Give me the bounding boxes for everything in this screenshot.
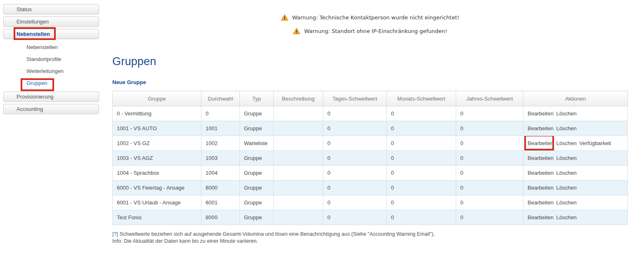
- actions-cell: Bearbeiten Löschen: [523, 106, 628, 121]
- warning-row: Warnung: Standort ohne IP-Einschränkung …: [112, 28, 627, 35]
- cell-gruppe: 1004 - Sprachbox: [113, 166, 201, 181]
- cell-durchwahl: 1003: [201, 151, 240, 166]
- sidebar-item-provisionierung[interactable]: Provisionierung: [3, 91, 99, 102]
- loeschen-link[interactable]: Löschen: [556, 214, 577, 220]
- cell-durchwahl: 1001: [201, 121, 240, 136]
- cell-gruppe: Test Fonio: [113, 210, 201, 225]
- column-header-beschreibung: Beschreibung: [274, 91, 323, 106]
- cell-tages: 0: [323, 151, 387, 166]
- footnote-info: Info: Die Aktualität der Daten kann bis …: [112, 238, 644, 245]
- cell-monats: 0: [387, 106, 456, 121]
- page: Status Einstellungen Nebenstellen Nebens…: [0, 0, 644, 245]
- warning-icon: [281, 14, 289, 21]
- cell-tages: 0: [323, 210, 387, 225]
- warning-row: Warnung: Technische Kontaktperson wurde …: [112, 14, 627, 21]
- warning-icon: [293, 28, 301, 35]
- actions-cell: Bearbeiten Löschen: [523, 121, 628, 136]
- sidebar-item-accounting[interactable]: Accounting: [3, 104, 99, 114]
- bearbeiten-link[interactable]: Bearbeiten: [528, 214, 554, 220]
- cell-durchwahl: 1002: [201, 136, 240, 151]
- cell-durchwahl: 6001: [201, 195, 240, 210]
- sidebar-subitem-gruppen[interactable]: Gruppen: [0, 77, 103, 89]
- help-marker-link[interactable]: [?]: [112, 231, 118, 237]
- cell-beschreibung: [274, 166, 323, 181]
- bearbeiten-link[interactable]: Bearbeiten: [528, 185, 554, 191]
- column-header-tages-schwellwert: Tages-Schwellwert: [323, 91, 387, 106]
- cell-beschreibung: [274, 106, 323, 121]
- sidebar-subitem-weiterleitungen[interactable]: Weiterleitungen: [0, 65, 103, 77]
- cell-gruppe: 6000 - VS Feiertag - Ansage: [113, 181, 201, 195]
- cell-typ: Gruppe: [240, 210, 274, 225]
- loeschen-link[interactable]: Löschen: [556, 110, 577, 117]
- verfuegbarkeit-link[interactable]: Verfügbarkeit: [579, 140, 611, 146]
- cell-durchwahl: 8000: [201, 210, 240, 225]
- loeschen-link[interactable]: Löschen: [556, 125, 577, 131]
- table-row: 6001 - VS Urlaub - Ansage 6001 Gruppe 0 …: [113, 195, 628, 210]
- cell-tages: 0: [323, 195, 387, 210]
- cell-typ: Gruppe: [240, 106, 274, 121]
- table-header: Gruppe Durchwahl Typ Beschreibung Tages-…: [113, 91, 628, 106]
- cell-tages: 0: [323, 166, 387, 181]
- actions-cell: Bearbeiten Löschen: [523, 166, 628, 181]
- warning-text: Warnung: Technische Kontaktperson wurde …: [292, 14, 459, 21]
- column-header-typ: Typ: [240, 91, 274, 106]
- cell-typ: Gruppe: [240, 121, 274, 136]
- cell-jahres: 0: [456, 195, 523, 210]
- table-row: 0 - Vermittlung 0 Gruppe 0 0 0 Bearbeite…: [113, 106, 628, 121]
- actions-cell: Bearbeiten Löschen: [523, 195, 628, 210]
- cell-typ: Warteliste: [240, 136, 274, 151]
- cell-jahres: 0: [456, 181, 523, 195]
- bearbeiten-link[interactable]: Bearbeiten: [528, 125, 554, 131]
- cell-gruppe: 1001 - VS AUTO: [113, 121, 201, 136]
- actions-cell: Bearbeiten Löschen: [523, 181, 628, 195]
- loeschen-link[interactable]: Löschen: [556, 140, 577, 146]
- table-row: 1001 - VS AUTO 1001 Gruppe 0 0 0 Bearbei…: [113, 121, 628, 136]
- cell-gruppe: 1002 - VS GZ: [113, 136, 201, 151]
- footnote-text: Schwellwerte beziehen sich auf ausgehend…: [119, 231, 435, 237]
- cell-monats: 0: [387, 151, 456, 166]
- sidebar-subitem-nebenstellen[interactable]: Nebenstellen: [0, 41, 103, 53]
- cell-tages: 0: [323, 136, 387, 151]
- cell-jahres: 0: [456, 151, 523, 166]
- cell-monats: 0: [387, 136, 456, 151]
- cell-tages: 0: [323, 181, 387, 195]
- loeschen-link[interactable]: Löschen: [556, 155, 577, 161]
- groups-table: Gruppe Durchwahl Typ Beschreibung Tages-…: [112, 91, 628, 225]
- bearbeiten-link[interactable]: Bearbeiten: [528, 110, 554, 117]
- cell-gruppe: 1003 - VS AGZ: [113, 151, 201, 166]
- cell-monats: 0: [387, 166, 456, 181]
- column-header-aktionen: Aktionen: [523, 91, 628, 106]
- cell-monats: 0: [387, 121, 456, 136]
- column-header-jahres-schwellwert: Jahres-Schwellwert: [456, 91, 523, 106]
- main-content: Warnung: Technische Kontaktperson wurde …: [103, 0, 644, 245]
- column-header-gruppe: Gruppe: [113, 91, 201, 106]
- loeschen-link[interactable]: Löschen: [556, 199, 577, 206]
- sidebar-item-einstellungen[interactable]: Einstellungen: [3, 16, 99, 27]
- warning-text: Warnung: Standort ohne IP-Einschränkung …: [304, 28, 447, 34]
- loeschen-link[interactable]: Löschen: [556, 170, 577, 176]
- column-header-monats-schwellwert: Monats-Schwellwert: [387, 91, 456, 106]
- bearbeiten-link[interactable]: Bearbeiten: [528, 170, 554, 176]
- table-row: 6000 - VS Feiertag - Ansage 6000 Gruppe …: [113, 181, 628, 195]
- cell-beschreibung: [274, 136, 323, 151]
- column-header-durchwahl: Durchwahl: [201, 91, 240, 106]
- cell-jahres: 0: [456, 210, 523, 225]
- warnings-area: Warnung: Technische Kontaktperson wurde …: [112, 14, 627, 35]
- footnotes: [?] Schwellwerte beziehen sich auf ausge…: [112, 231, 644, 245]
- cell-jahres: 0: [456, 106, 523, 121]
- new-group-link[interactable]: Neue Gruppe: [112, 79, 146, 85]
- sidebar: Status Einstellungen Nebenstellen Nebens…: [0, 0, 103, 245]
- bearbeiten-link[interactable]: Bearbeiten: [528, 155, 554, 161]
- table-row: 1002 - VS GZ 1002 Warteliste 0 0 0 Bearb…: [113, 136, 628, 151]
- cell-typ: Gruppe: [240, 166, 274, 181]
- sidebar-subitem-standortprofile[interactable]: Standortprofile: [0, 53, 103, 65]
- sidebar-item-status[interactable]: Status: [3, 4, 99, 14]
- cell-durchwahl: 6000: [201, 181, 240, 195]
- cell-beschreibung: [274, 210, 323, 225]
- cell-typ: Gruppe: [240, 151, 274, 166]
- loeschen-link[interactable]: Löschen: [556, 185, 577, 191]
- bearbeiten-link[interactable]: Bearbeiten: [528, 199, 554, 206]
- page-title: Gruppen: [112, 55, 644, 68]
- bearbeiten-link[interactable]: Bearbeiten: [528, 140, 554, 146]
- sidebar-item-nebenstellen[interactable]: Nebenstellen: [3, 29, 99, 39]
